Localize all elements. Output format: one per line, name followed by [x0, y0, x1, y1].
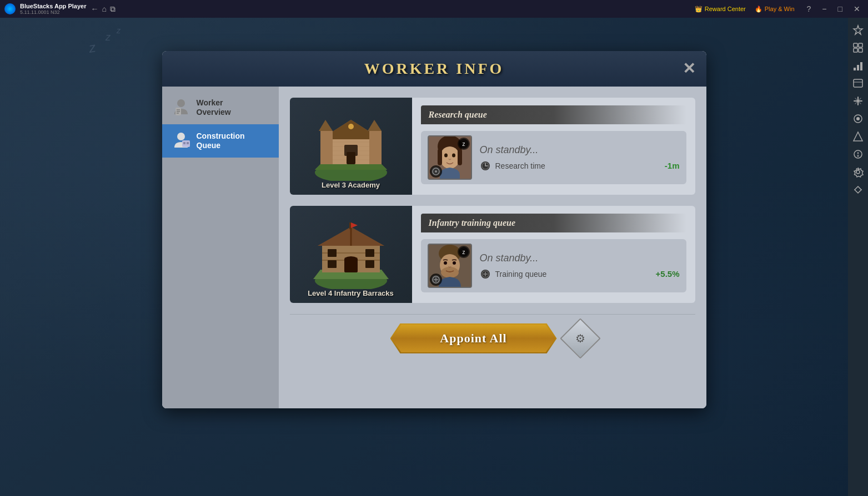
infantry-queue-banner: Infantry training queue [421, 214, 686, 232]
sidebar-right-icon-5[interactable] [850, 93, 866, 109]
construction-queue-icon [171, 131, 191, 151]
svg-rect-8 [187, 142, 189, 144]
modal-body: WorkerOverview [162, 87, 706, 408]
svg-rect-18 [369, 131, 382, 164]
infantry-worker-info: On standby... [480, 252, 680, 280]
sidebar-item-construction-queue[interactable]: ConstructionQueue [162, 124, 279, 158]
status-badge-1 [430, 165, 442, 178]
sidebar-right-icon-2[interactable] [850, 40, 866, 55]
reward-center-label: Reward Center [705, 6, 746, 12]
bluestacks-logo [4, 3, 16, 14]
play-win[interactable]: 🔥 Play & Win [755, 6, 795, 13]
research-queue-card: Level 3 Academy Research queue [290, 98, 695, 195]
academy-building-thumb: Level 3 Academy [290, 98, 412, 195]
crown-icon: 👑 [695, 6, 703, 13]
settings-gear-icon: ⚙ [575, 332, 585, 345]
svg-rect-21 [347, 152, 355, 164]
sidebar-right-icon-8[interactable] [850, 146, 866, 162]
research-stat-value: -1m [665, 161, 680, 170]
svg-rect-50 [344, 258, 358, 272]
svg-rect-72 [859, 48, 862, 52]
svg-marker-52 [351, 222, 358, 228]
worker-info-modal: WORKER INFO ✕ [162, 51, 706, 408]
infantry-queue-card: Level 4 Infantry Barracks Infantry train… [290, 206, 695, 303]
sidebar-right-icon-1[interactable] [850, 22, 866, 38]
svg-marker-17 [319, 120, 333, 131]
title-bar-left: BlueStacks App Player 5.11.11.0001 N32 ←… [4, 3, 116, 15]
svg-rect-49 [365, 260, 374, 268]
title-bar-right: 👑 Reward Center 🔥 Play & Win ? − □ ✕ [695, 3, 864, 14]
right-sidebar [848, 18, 868, 496]
research-stat-icon [480, 160, 491, 171]
research-standby-text: On standby... [480, 144, 680, 156]
reward-center[interactable]: 👑 Reward Center [695, 6, 746, 13]
infantry-worker-avatar: z [428, 244, 472, 288]
back-button[interactable]: ← [91, 4, 98, 13]
appoint-all-button[interactable]: Appoint All [390, 323, 557, 353]
research-queue-title: Research queue [429, 110, 487, 119]
help-button[interactable]: ? [804, 3, 815, 14]
window-controls: ? − □ ✕ [804, 3, 864, 14]
settings-diamond-button[interactable]: ⚙ [560, 318, 601, 359]
research-worker-info: On standby... [480, 144, 680, 171]
svg-rect-51 [349, 222, 351, 229]
sidebar-right-icon-6[interactable] [850, 111, 866, 126]
sidebar-right-icon-4[interactable] [850, 75, 866, 91]
svg-rect-16 [320, 131, 333, 164]
svg-point-22 [348, 124, 354, 129]
research-worker-avatar: z [428, 135, 472, 180]
minimize-button[interactable]: − [819, 3, 830, 14]
academy-building-image [307, 109, 395, 181]
sidebar-right-icon-arrows[interactable] [850, 182, 866, 198]
svg-rect-47 [365, 249, 374, 257]
sidebar-right-icon-gear[interactable] [850, 164, 866, 180]
play-win-label: Play & Win [765, 6, 795, 12]
content-area: Level 3 Academy Research queue [279, 87, 706, 408]
infantry-queue-info: Infantry training queue [412, 206, 695, 303]
svg-point-83 [856, 170, 860, 174]
sidebar-right-icon-3[interactable] [850, 58, 866, 73]
svg-point-5 [177, 133, 185, 140]
svg-rect-27 [438, 149, 442, 165]
svg-rect-28 [458, 149, 462, 165]
svg-rect-74 [857, 65, 859, 70]
academy-building-name: Level 3 Academy [322, 181, 380, 189]
research-queue-banner: Research queue [421, 105, 686, 124]
sidebar-item-worker-overview[interactable]: WorkerOverview [162, 91, 279, 124]
barracks-building-image [307, 217, 395, 289]
home-button[interactable]: ⌂ [102, 4, 106, 13]
svg-point-57 [444, 261, 447, 265]
main-area: z z z WORKER INFO ✕ [0, 18, 868, 496]
infantry-queue-title: Infantry training queue [429, 218, 515, 227]
history-button[interactable]: ⧉ [110, 4, 116, 14]
svg-rect-46 [328, 249, 337, 257]
infantry-stat-icon [480, 269, 491, 280]
research-worker-slot: z [421, 131, 686, 184]
modal-close-button[interactable]: ✕ [683, 61, 695, 77]
svg-rect-75 [860, 62, 862, 70]
close-button[interactable]: ✕ [850, 3, 864, 14]
worker-overview-icon [171, 98, 191, 118]
construction-queue-label: ConstructionQueue [197, 131, 245, 150]
svg-point-30 [452, 154, 455, 158]
sidebar-right-icon-7[interactable] [850, 129, 866, 144]
status-badge-2 [430, 274, 442, 286]
left-navigation: WorkerOverview [162, 87, 279, 408]
barracks-building-name: Level 4 Infantry Barracks [308, 289, 394, 297]
infantry-stat-label: Training queue [495, 270, 547, 279]
svg-point-58 [453, 261, 456, 265]
sleep-badge-1: z [458, 138, 470, 150]
maximize-button[interactable]: □ [835, 3, 846, 14]
research-stat-label: Research time [495, 161, 545, 170]
svg-point-35 [435, 170, 437, 173]
research-stat: Research time -1m [480, 160, 680, 171]
svg-point-79 [856, 117, 860, 120]
barracks-building-thumb: Level 4 Infantry Barracks [290, 206, 412, 303]
research-queue-info: Research queue [412, 98, 695, 195]
title-bar: BlueStacks App Player 5.11.11.0001 N32 ←… [0, 0, 868, 18]
svg-text:z: z [462, 141, 465, 147]
appoint-btn-inner: Appoint All [392, 325, 556, 352]
titlebar-nav: ← ⌂ ⧉ [91, 4, 115, 14]
sleep-badge-2: z [458, 246, 470, 258]
svg-point-26 [440, 146, 460, 169]
